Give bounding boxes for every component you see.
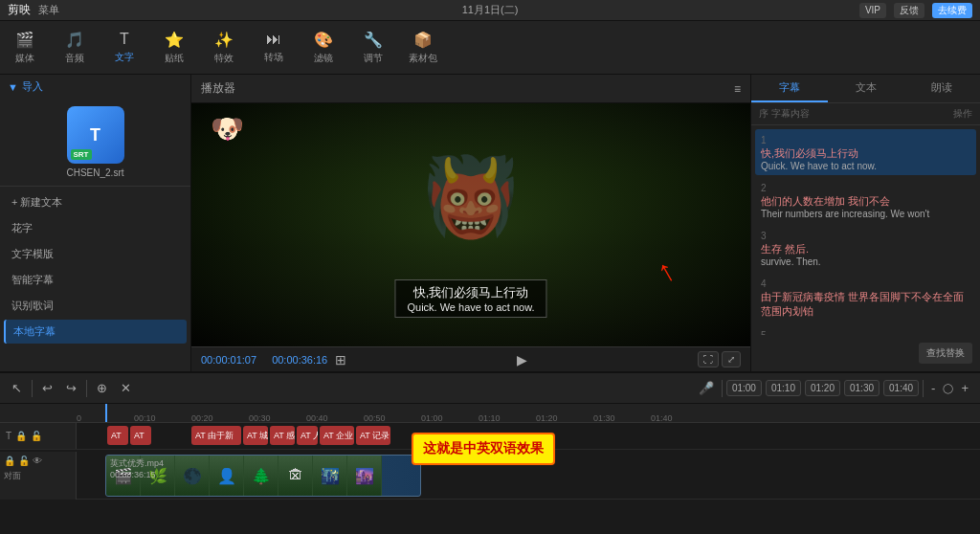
tab-text[interactable]: 文本 bbox=[828, 75, 904, 102]
annotation-text: 这就是中英双语效果 bbox=[423, 440, 544, 456]
toolbar-icon-effects: ✨ bbox=[214, 31, 234, 49]
find-replace-container: 查找替换 bbox=[751, 335, 980, 371]
tl-mic-btn[interactable]: 🎤 bbox=[695, 379, 718, 397]
toolbar-item-adjust[interactable]: 🔧调节 bbox=[356, 31, 390, 65]
date-display: 11月1日(二) bbox=[462, 3, 519, 17]
ruler-mark-30: 00:30 bbox=[249, 413, 271, 423]
fullscreen-btn[interactable]: ⤢ bbox=[722, 351, 741, 367]
upgrade-button[interactable]: 去续费 bbox=[932, 3, 972, 18]
vip-button[interactable]: VIP bbox=[859, 3, 886, 18]
tl-time-4[interactable]: 01:30 bbox=[844, 380, 880, 396]
tl-time-2[interactable]: 01:10 bbox=[766, 380, 801, 396]
video-track-controls: 🔒 🔓 👁 bbox=[4, 456, 42, 466]
menu-huazi[interactable]: 花字 bbox=[4, 216, 187, 240]
toolbar-icon-audio: 🎵 bbox=[65, 31, 84, 49]
text-clip-3[interactable]: AT 由于新 bbox=[191, 426, 241, 445]
tl-split-btn[interactable]: ⊕ bbox=[93, 379, 111, 397]
text-clip-4[interactable]: AT 城 bbox=[243, 426, 268, 445]
tl-time-5[interactable]: 01:40 bbox=[883, 380, 919, 396]
tl-sep-1 bbox=[32, 380, 33, 397]
grid-view-btn[interactable]: ⊞ bbox=[335, 352, 346, 367]
menu-local-subtitle[interactable]: 本地字幕 bbox=[4, 320, 187, 344]
player-menu-icon[interactable]: ≡ bbox=[734, 82, 741, 96]
subtitle-item-2[interactable]: 2 他们的人数在增加 我们不会 Their numbers are increa… bbox=[755, 177, 976, 223]
text-track-icon: T bbox=[6, 431, 11, 441]
subtitle-en: Quick. We have to act now. bbox=[407, 301, 534, 313]
toolbar-item-sticker[interactable]: ⭐贴纸 bbox=[157, 31, 191, 65]
toolbar-item-text[interactable]: T文字 bbox=[107, 31, 142, 64]
subtitle-cn: 快,我们必须马上行动 bbox=[407, 284, 534, 301]
video-figure: 👹 bbox=[423, 152, 519, 242]
toolbar-item-filter[interactable]: 🎨滤镜 bbox=[306, 31, 341, 65]
video-track-name: 对面 bbox=[4, 470, 21, 482]
toolbar-label-adjust: 调节 bbox=[364, 52, 383, 65]
video-clip-main[interactable]: 🎬 🌿 🌑 👤 🌲 🏚 🌃 🌆 英式优秀.mp4 00:00:36:15 bbox=[105, 455, 421, 497]
subtitle-item-3[interactable]: 3 生存 然后. survive. Then. bbox=[755, 225, 976, 271]
srt-icon: T SRT bbox=[67, 106, 124, 164]
subtitle-overlay: 快,我们必须马上行动 Quick. We have to act now. bbox=[394, 279, 546, 318]
text-clip-1[interactable]: AT bbox=[107, 426, 128, 445]
subtitle-num-4: 4 bbox=[761, 278, 767, 289]
text-clip-7[interactable]: AT 企业 bbox=[320, 426, 354, 445]
toolbar-label-filter: 滤镜 bbox=[314, 52, 333, 65]
right-panel: 字幕 文本 朗读 序 字幕内容 操作 1 快,我们必须马上行动 Quick. W… bbox=[750, 75, 980, 371]
feedback-button[interactable]: 反馈 bbox=[894, 3, 924, 18]
toolbar-item-audio[interactable]: 🎵音频 bbox=[57, 31, 92, 65]
text-clip-2[interactable]: AT bbox=[130, 426, 151, 445]
tl-zoom-out[interactable]: - bbox=[927, 379, 939, 397]
sticker-dog: 🐶 bbox=[211, 113, 244, 145]
text-clip-5[interactable]: AT 感 bbox=[270, 426, 295, 445]
ruler-mark-0: 0 bbox=[77, 413, 81, 423]
menu-smart-subtitle[interactable]: 智能字幕 bbox=[4, 268, 187, 292]
menu-recognize-word[interactable]: 识别歌词 bbox=[4, 294, 187, 318]
lock-icon-1[interactable]: 🔒 bbox=[15, 431, 27, 441]
play-button[interactable]: ▶ bbox=[517, 352, 527, 367]
tl-redo-btn[interactable]: ↪ bbox=[62, 379, 80, 397]
menu-new-text[interactable]: + 新建文本 bbox=[4, 190, 187, 214]
toolbar-label-sticker: 贴纸 bbox=[165, 52, 184, 65]
menu-text-template[interactable]: 文字模版 bbox=[4, 242, 187, 266]
toolbar-item-media[interactable]: 🎬媒体 bbox=[8, 31, 42, 65]
unlock-icon-2[interactable]: 🔓 bbox=[18, 456, 30, 466]
timeline-toolbar: ↖ ↩ ↪ ⊕ ✕ 🎤 01:00 01:10 01:20 01:30 01:4… bbox=[0, 373, 980, 404]
toolbar-item-effects[interactable]: ✨特效 bbox=[207, 31, 241, 65]
subtitle-item-1[interactable]: 1 快,我们必须马上行动 Quick. We have to act now. bbox=[755, 129, 976, 175]
srt-badge: SRT bbox=[71, 149, 92, 160]
toolbar-label-audio: 音频 bbox=[65, 52, 84, 65]
thumb-8: 🌆 bbox=[347, 456, 382, 496]
tab-subtitle[interactable]: 字幕 bbox=[751, 75, 828, 102]
subtitle-item-5[interactable]: 5 城市里到处都是肮脏坏绕毒 街道上到处都是恐怖分子 bbox=[755, 324, 976, 335]
text-clip-8[interactable]: AT 记录 bbox=[356, 426, 390, 445]
current-time: 00:00:01:07 bbox=[201, 354, 256, 366]
toolbar-icon-material: 📦 bbox=[413, 31, 433, 49]
toolbar-item-material[interactable]: 📦素材包 bbox=[406, 31, 440, 65]
playhead[interactable] bbox=[105, 404, 107, 422]
lock-icon-2[interactable]: 🔒 bbox=[4, 456, 15, 466]
tl-cursor-btn[interactable]: ↖ bbox=[8, 379, 26, 397]
import-button[interactable]: ▼ 导入 bbox=[0, 75, 190, 99]
subtitle-num-1: 1 bbox=[761, 135, 767, 145]
thumb-4: 👤 bbox=[210, 456, 244, 496]
unlock-icon-1[interactable]: 🔓 bbox=[31, 431, 42, 441]
tl-time-1[interactable]: 01:00 bbox=[726, 380, 762, 396]
player-area: 👹 🐶 快,我们必须马上行动 Quick. We have to act now… bbox=[191, 103, 750, 346]
text-clip-6[interactable]: AT 人 bbox=[297, 426, 318, 445]
toolbar-label-text: 文字 bbox=[115, 51, 134, 64]
tl-zoom-in[interactable]: + bbox=[957, 379, 972, 397]
menu-btn[interactable]: 菜单 bbox=[38, 3, 59, 17]
player-controls: 00:00:01:07 00:00:36:16 ⊞ ▶ ⛶ ⤢ bbox=[191, 346, 750, 371]
subtitle-item-4[interactable]: 4 由于新冠病毒疫情 世界各国脚下不令在全面范围内划铂 bbox=[755, 273, 976, 323]
right-controls: ⛶ ⤢ bbox=[698, 351, 741, 367]
eye-icon[interactable]: 👁 bbox=[33, 456, 42, 466]
toolbar-icon-text: T bbox=[120, 31, 129, 48]
srt-file: T SRT CHSEN_2.srt bbox=[0, 99, 190, 186]
screenshot-btn[interactable]: ⛶ bbox=[698, 351, 719, 367]
tl-delete-btn[interactable]: ✕ bbox=[117, 379, 135, 397]
tl-right: 🎤 01:00 01:10 01:20 01:30 01:40 - ◯ + bbox=[695, 379, 972, 397]
find-replace-button[interactable]: 查找替换 bbox=[919, 343, 972, 364]
center-panel: 播放器 ≡ 👹 🐶 快,我们必须马上行动 Quick. We have to a… bbox=[191, 75, 750, 371]
tl-time-3[interactable]: 01:20 bbox=[805, 380, 840, 396]
tab-read[interactable]: 朗读 bbox=[903, 75, 980, 102]
toolbar-item-transition[interactable]: ⏭转场 bbox=[256, 31, 291, 64]
tl-undo-btn[interactable]: ↩ bbox=[38, 379, 56, 397]
